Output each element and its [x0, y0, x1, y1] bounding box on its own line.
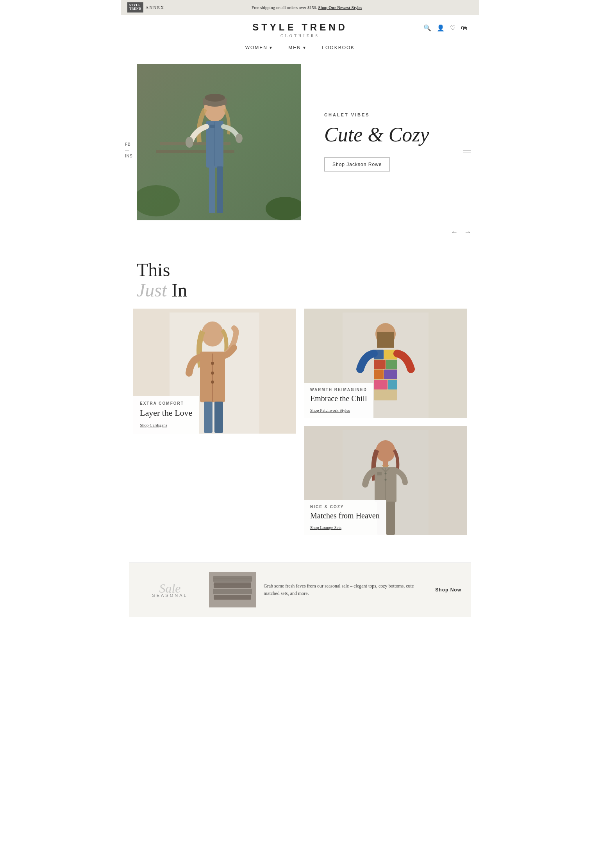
svg-rect-47 [386, 502, 395, 535]
seasonal-description: Grab some fresh faves from our seasonal … [264, 582, 427, 597]
svg-rect-37 [388, 380, 397, 389]
svg-point-21 [211, 362, 214, 365]
left-column: EXTRA COMFORT Layer the Love Shop Cardig… [133, 309, 296, 535]
nav-lookbook[interactable]: LOOKBOOK [322, 45, 355, 50]
site-header: STYLE TREND CLOTHIERS 🔍 👤 ♡ 🛍 [121, 15, 479, 41]
cardigan-info: EXTRA COMFORT Layer the Love Shop Cardig… [133, 396, 199, 434]
patchwork-card: WARMTH REIMAGINED Embrace the Chill Shop… [304, 309, 467, 418]
nav-women[interactable]: WOMEN ▾ [245, 45, 273, 50]
right-column: WARMTH REIMAGINED Embrace the Chill Shop… [304, 309, 467, 535]
hero-prev-button[interactable]: ← [451, 228, 458, 236]
hero-section: FB — INS [121, 56, 479, 244]
cardigan-link[interactable]: Shop Cardigans [140, 423, 167, 427]
main-nav: WOMEN ▾ MEN ▾ LOOKBOOK [121, 41, 479, 56]
patchwork-title: Embrace the Chill [310, 394, 367, 403]
lounge-link[interactable]: Shop Lounge Sets [310, 525, 341, 530]
patchwork-eyebrow: WARMTH REIMAGINED [310, 388, 367, 392]
cardigan-title: Layer the Love [140, 408, 192, 418]
svg-rect-32 [374, 360, 386, 369]
svg-rect-40 [383, 461, 388, 468]
svg-rect-12 [210, 125, 215, 128]
wishlist-icon[interactable]: ♡ [450, 24, 455, 32]
social-ins[interactable]: INS [125, 154, 133, 158]
svg-point-23 [211, 380, 214, 384]
header-icons: 🔍 👤 ♡ 🛍 [423, 24, 467, 32]
svg-rect-51 [213, 589, 252, 594]
svg-rect-50 [214, 582, 251, 588]
shop-now-button[interactable]: Shop Now [435, 587, 461, 593]
svg-rect-52 [214, 595, 251, 600]
lounge-info: NICE & COZY Matches from Heaven Shop Lou… [304, 500, 386, 535]
brand-name: STYLE TREND [133, 22, 467, 33]
just-in-header: This Just In [133, 260, 467, 301]
just-in-title: This Just In [137, 260, 467, 301]
brand-sub: CLOTHIERS [133, 34, 467, 38]
annex-label: ANNEX [146, 5, 165, 10]
svg-rect-25 [214, 402, 223, 433]
hero-title: Cute & Cozy [324, 123, 459, 146]
svg-rect-24 [204, 402, 212, 433]
shop-newest-link[interactable]: Shop Our Newest Styles [318, 5, 362, 10]
hero-cta-button[interactable]: Shop Jackson Rowe [324, 157, 390, 171]
svg-rect-34 [374, 370, 384, 379]
hero-nav-controls: ← → [121, 228, 479, 244]
svg-rect-35 [384, 370, 397, 379]
cardigan-card: EXTRA COMFORT Layer the Love Shop Cardig… [133, 309, 296, 434]
lounge-card: NICE & COZY Matches from Heaven Shop Lou… [304, 426, 467, 535]
social-divider: — [125, 148, 133, 152]
hero-text-content: CHALET VIBES Cute & Cozy Shop Jackson Ro… [316, 105, 467, 179]
svg-point-18 [202, 321, 223, 346]
svg-point-9 [205, 94, 225, 102]
svg-point-43 [385, 473, 387, 475]
social-links: FB — INS [125, 142, 133, 158]
lounge-title: Matches from Heaven [310, 511, 380, 520]
seasonal-image [209, 572, 256, 607]
seasonal-logo: Sale SEASONAL [139, 582, 201, 598]
svg-rect-28 [377, 332, 394, 348]
just-in-grid: EXTRA COMFORT Layer the Love Shop Cardig… [133, 309, 467, 535]
logo-small-box: STYLE TREND [127, 2, 143, 13]
announcement-bar: STYLE TREND ANNEX Free shipping on all o… [121, 0, 479, 15]
patchwork-info: WARMTH REIMAGINED Embrace the Chill Shop… [304, 383, 373, 418]
account-icon[interactable]: 👤 [437, 24, 445, 32]
logo-small: STYLE TREND ANNEX [127, 2, 164, 13]
svg-rect-16 [217, 166, 223, 213]
svg-rect-15 [209, 166, 215, 213]
hero-image [137, 64, 301, 220]
hero-next-button[interactable]: → [464, 228, 471, 236]
cart-icon[interactable]: 🛍 [461, 24, 467, 31]
lounge-eyebrow: NICE & COZY [310, 505, 380, 509]
svg-rect-45 [377, 472, 382, 475]
announcement-text: Free shipping on all orders over $150. S… [252, 5, 362, 10]
social-fb[interactable]: FB [125, 142, 133, 146]
hero-dash [463, 150, 471, 152]
hero-eyebrow: CHALET VIBES [324, 113, 459, 117]
hero-content: CHALET VIBES Cute & Cozy Shop Jackson Ro… [121, 56, 479, 228]
svg-point-13 [186, 137, 193, 148]
svg-point-22 [211, 371, 214, 375]
seasonal-banner: Sale SEASONAL Grab some fresh faves from… [129, 563, 471, 617]
svg-rect-33 [386, 360, 397, 369]
svg-rect-49 [213, 576, 252, 582]
cardigan-eyebrow: EXTRA COMFORT [140, 401, 192, 405]
search-icon[interactable]: 🔍 [423, 24, 431, 32]
patchwork-link[interactable]: Shop Patchwork Styles [310, 408, 350, 413]
nav-men[interactable]: MEN ▾ [288, 45, 306, 50]
just-in-section: This Just In [121, 244, 479, 551]
svg-point-14 [236, 134, 243, 143]
svg-point-44 [385, 479, 387, 481]
svg-rect-36 [374, 380, 388, 389]
